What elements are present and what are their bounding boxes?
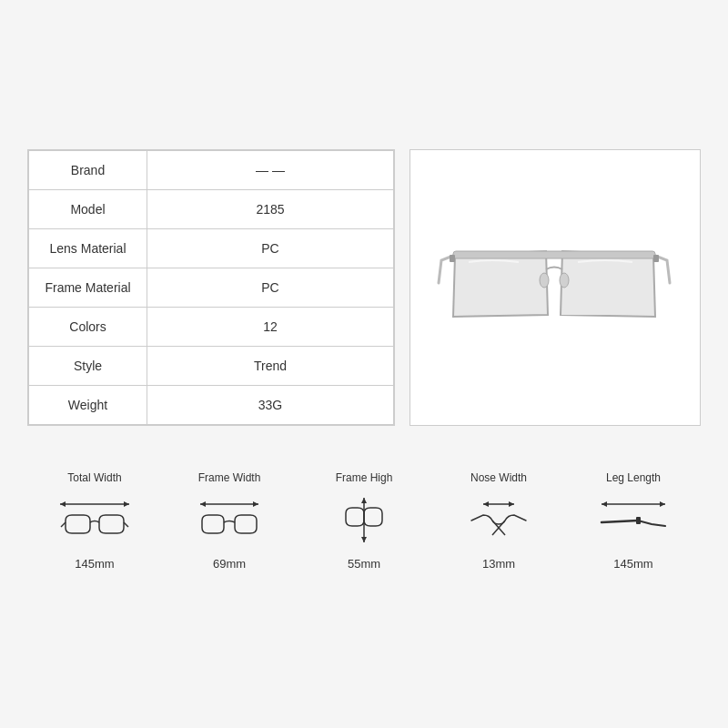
measure-frame-width: Frame Width 69mm (162, 471, 297, 571)
spec-label: Frame Material (29, 268, 147, 307)
measure-nose-width: Nose Width 13mm (431, 471, 566, 571)
measure-total-width: Total Width 145mm (27, 471, 162, 571)
spec-label: Brand (29, 150, 147, 189)
nose-width-icon (467, 493, 531, 548)
spec-value: PC (147, 268, 394, 307)
measure-frame-high: Frame High 55mm (297, 471, 431, 571)
leg-length-value: 145mm (613, 557, 652, 571)
frame-high-label: Frame High (336, 471, 393, 484)
spec-value: PC (147, 228, 394, 268)
svg-marker-6 (60, 501, 66, 507)
product-image (437, 215, 673, 360)
svg-marker-23 (660, 501, 665, 507)
svg-rect-1 (450, 255, 455, 262)
svg-point-4 (560, 273, 569, 288)
nose-width-label: Nose Width (470, 471, 527, 484)
frame-width-label: Frame Width (198, 471, 261, 484)
total-width-icon (58, 493, 131, 548)
svg-marker-17 (483, 501, 489, 507)
spec-value: 12 (147, 307, 394, 346)
total-width-label: Total Width (67, 471, 121, 484)
svg-marker-22 (602, 501, 607, 507)
total-width-value: 145mm (75, 557, 114, 571)
spec-label: Colors (29, 307, 147, 346)
spec-value: Trend (147, 346, 394, 385)
svg-marker-7 (124, 501, 129, 507)
spec-label: Weight (29, 385, 147, 424)
svg-marker-12 (253, 501, 258, 507)
leg-length-icon (597, 493, 670, 548)
top-section: Brand— —Model2185Lens MaterialPCFrame Ma… (27, 149, 701, 426)
spec-row: Model2185 (29, 189, 394, 228)
svg-marker-15 (361, 537, 367, 542)
spec-row: Brand— — (29, 150, 394, 189)
specs-table: Brand— —Model2185Lens MaterialPCFrame Ma… (27, 149, 395, 426)
spec-label: Style (29, 346, 147, 385)
leg-length-label: Leg Length (606, 471, 661, 484)
product-detail-page: Brand— —Model2185Lens MaterialPCFrame Ma… (27, 149, 701, 580)
measurements-section: Total Width 145mm Frame Width (27, 462, 701, 580)
spec-value: 33G (147, 385, 394, 424)
spec-value: 2185 (147, 189, 394, 228)
spec-row: Lens MaterialPC (29, 228, 394, 268)
spec-row: Colors12 (29, 307, 394, 346)
svg-marker-14 (361, 498, 367, 503)
svg-rect-0 (453, 251, 655, 258)
svg-marker-18 (509, 501, 514, 507)
spec-row: Weight33G (29, 385, 394, 424)
spec-row: Frame MaterialPC (29, 268, 394, 307)
svg-marker-11 (200, 501, 206, 507)
spec-label: Model (29, 189, 147, 228)
frame-high-icon (337, 493, 391, 548)
svg-line-24 (602, 521, 638, 522)
nose-width-value: 13mm (482, 557, 515, 571)
svg-rect-25 (636, 517, 641, 524)
spec-value: — — (147, 150, 394, 189)
frame-width-icon (193, 493, 266, 548)
svg-rect-2 (653, 255, 659, 262)
svg-point-3 (540, 273, 549, 288)
product-image-box (410, 149, 701, 426)
frame-width-value: 69mm (213, 557, 246, 571)
frame-high-value: 55mm (348, 557, 380, 571)
measure-leg-length: Leg Length 145mm (566, 471, 701, 571)
spec-label: Lens Material (29, 228, 147, 268)
spec-row: StyleTrend (29, 346, 394, 385)
